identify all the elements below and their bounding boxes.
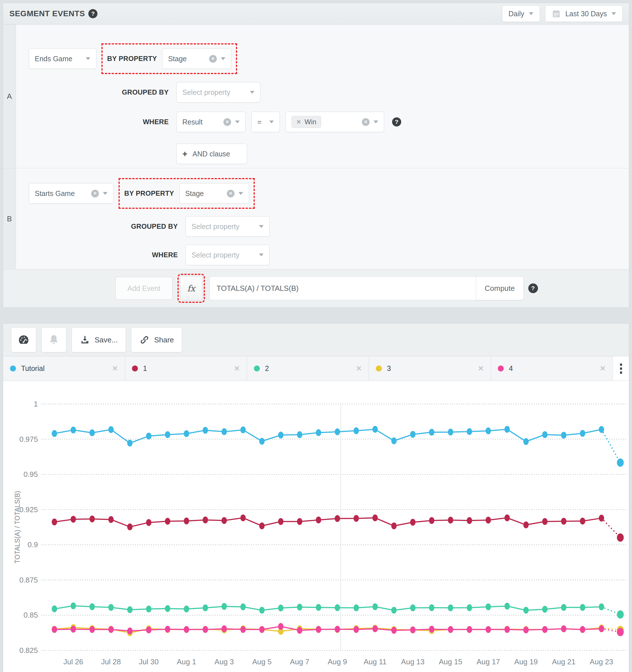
remove-event-icon[interactable]: ✕ bbox=[91, 190, 99, 197]
close-icon[interactable]: ✕ bbox=[356, 364, 362, 373]
data-point[interactable] bbox=[486, 427, 491, 434]
data-point[interactable] bbox=[71, 602, 76, 609]
data-point[interactable] bbox=[523, 438, 529, 445]
data-point[interactable] bbox=[71, 427, 76, 433]
save-button[interactable]: Save... bbox=[72, 327, 126, 352]
data-point[interactable] bbox=[542, 626, 548, 633]
data-point[interactable] bbox=[316, 626, 321, 633]
data-point[interactable] bbox=[561, 604, 566, 611]
data-point[interactable] bbox=[523, 626, 529, 633]
data-point[interactable] bbox=[108, 604, 114, 611]
data-point[interactable] bbox=[297, 431, 302, 438]
data-point[interactable] bbox=[259, 626, 265, 633]
remove-property-icon[interactable]: ✕ bbox=[227, 190, 235, 197]
data-point[interactable] bbox=[259, 607, 265, 614]
data-point[interactable] bbox=[184, 430, 189, 437]
data-point[interactable] bbox=[448, 626, 453, 633]
compute-button[interactable]: Compute bbox=[476, 276, 524, 300]
legend-tab-2[interactable]: 2✕ bbox=[247, 356, 369, 381]
add-event-button[interactable]: Add Event bbox=[115, 277, 172, 300]
event-dropdown-a[interactable]: Ends Game bbox=[29, 48, 96, 69]
add-and-clause-button[interactable]: + AND clause bbox=[177, 144, 247, 164]
dashboard-button[interactable] bbox=[11, 327, 36, 352]
data-point[interactable] bbox=[52, 430, 57, 437]
data-point[interactable] bbox=[599, 625, 604, 632]
data-point[interactable] bbox=[561, 625, 566, 632]
data-point[interactable] bbox=[391, 523, 397, 529]
data-point[interactable] bbox=[580, 604, 585, 611]
data-point[interactable] bbox=[203, 626, 208, 633]
data-point[interactable] bbox=[90, 515, 95, 523]
data-point[interactable] bbox=[52, 626, 57, 633]
data-point[interactable] bbox=[278, 518, 283, 525]
data-point[interactable] bbox=[523, 607, 529, 614]
data-point[interactable] bbox=[354, 427, 359, 434]
data-point[interactable] bbox=[127, 439, 133, 447]
data-point[interactable] bbox=[372, 514, 378, 521]
data-point[interactable] bbox=[372, 426, 378, 433]
data-point[interactable] bbox=[429, 604, 435, 611]
data-point[interactable] bbox=[240, 514, 246, 521]
data-point[interactable] bbox=[278, 623, 283, 630]
close-icon[interactable]: ✕ bbox=[112, 364, 118, 373]
data-point[interactable] bbox=[203, 427, 208, 434]
where-operator-dropdown-a[interactable]: = bbox=[251, 112, 280, 132]
data-point[interactable] bbox=[486, 626, 491, 633]
data-point[interactable] bbox=[410, 431, 416, 438]
remove-value-icon[interactable]: ✕ bbox=[362, 118, 370, 126]
data-point[interactable] bbox=[221, 625, 227, 632]
data-point[interactable] bbox=[71, 516, 76, 523]
data-point[interactable] bbox=[599, 603, 604, 610]
date-range-dropdown[interactable]: Last 30 Days bbox=[545, 5, 623, 22]
data-point[interactable] bbox=[429, 429, 435, 436]
data-point[interactable] bbox=[354, 604, 359, 611]
data-point[interactable] bbox=[391, 437, 397, 445]
data-point[interactable] bbox=[240, 427, 246, 433]
data-point[interactable] bbox=[523, 522, 529, 528]
data-point[interactable] bbox=[448, 604, 453, 611]
close-icon[interactable]: ✕ bbox=[234, 364, 240, 373]
by-property-dropdown-b[interactable]: Stage ✕ bbox=[179, 183, 249, 204]
data-point[interactable] bbox=[108, 516, 114, 523]
where-value-dropdown-a[interactable]: ✕ Win ✕ bbox=[285, 112, 384, 132]
where-property-dropdown-a[interactable]: Result ✕ bbox=[177, 112, 245, 132]
data-point[interactable] bbox=[240, 626, 246, 633]
data-point[interactable] bbox=[278, 432, 283, 438]
data-point[interactable] bbox=[127, 606, 133, 613]
data-point[interactable] bbox=[146, 626, 151, 633]
granularity-dropdown[interactable]: Daily bbox=[502, 5, 540, 22]
data-point[interactable] bbox=[486, 603, 491, 610]
data-point[interactable] bbox=[372, 603, 378, 610]
data-point[interactable] bbox=[221, 603, 227, 610]
data-point[interactable] bbox=[71, 626, 76, 633]
data-point[interactable] bbox=[580, 518, 585, 524]
data-point[interactable] bbox=[146, 519, 151, 526]
data-point[interactable] bbox=[580, 626, 585, 633]
data-point[interactable] bbox=[203, 604, 208, 611]
data-point[interactable] bbox=[486, 517, 491, 524]
data-point[interactable] bbox=[617, 533, 624, 542]
data-point[interactable] bbox=[599, 426, 604, 433]
data-point[interactable] bbox=[335, 428, 340, 435]
legend-tab-1[interactable]: 1✕ bbox=[125, 356, 247, 381]
data-point[interactable] bbox=[108, 626, 114, 633]
data-point[interactable] bbox=[316, 517, 321, 523]
data-point[interactable] bbox=[504, 426, 510, 433]
data-point[interactable] bbox=[410, 604, 416, 611]
data-point[interactable] bbox=[335, 626, 340, 633]
data-point[interactable] bbox=[127, 628, 133, 634]
where-help-icon[interactable]: ? bbox=[392, 117, 401, 126]
data-point[interactable] bbox=[146, 606, 151, 613]
grouped-by-dropdown-a[interactable]: Select property bbox=[177, 82, 260, 102]
data-point[interactable] bbox=[561, 518, 566, 525]
data-point[interactable] bbox=[504, 514, 510, 521]
legend-tab-tutorial[interactable]: Tutorial✕ bbox=[3, 356, 125, 381]
data-point[interactable] bbox=[165, 518, 170, 525]
data-point[interactable] bbox=[467, 517, 472, 524]
data-point[interactable] bbox=[410, 519, 416, 526]
data-point[interactable] bbox=[448, 517, 453, 524]
formula-help-icon[interactable]: ? bbox=[528, 284, 538, 293]
data-point[interactable] bbox=[617, 459, 624, 467]
grouped-by-dropdown-b[interactable]: Select property bbox=[186, 216, 270, 237]
data-point[interactable] bbox=[335, 515, 340, 522]
